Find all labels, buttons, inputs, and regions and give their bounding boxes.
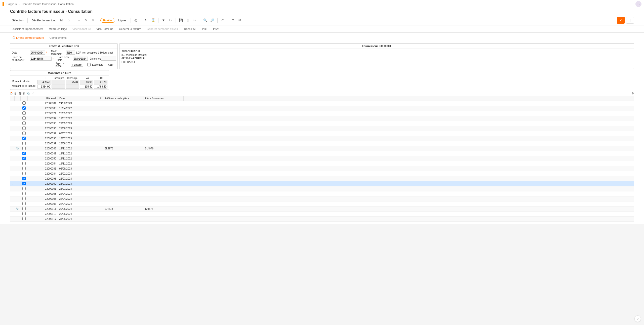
- edit-icon[interactable]: ✎: [83, 17, 89, 23]
- table-row[interactable]: 2209011229/05/2024: [10, 212, 634, 217]
- table-row[interactable]: 2209005418/11/2022: [10, 161, 634, 166]
- help-icon[interactable]: ?: [230, 17, 236, 23]
- row-checkbox[interactable]: [22, 132, 26, 135]
- col-piece-fournisseur[interactable]: Pièce fournisseur: [143, 96, 184, 101]
- table-row[interactable]: 2209003411/07/2022: [10, 116, 634, 121]
- subtab-litige[interactable]: Mettre en litige: [46, 25, 69, 32]
- row-checkbox[interactable]: [22, 116, 26, 120]
- lignes-toggle[interactable]: Lignes: [116, 18, 128, 23]
- table-row[interactable]: 2209003621/06/2023: [10, 126, 634, 131]
- undo-icon[interactable]: ↶: [220, 17, 226, 23]
- refresh-icon[interactable]: ↻: [143, 17, 149, 23]
- attachment-cell[interactable]: 📎: [15, 207, 21, 212]
- subtab-gen-facture[interactable]: Générer la facture: [116, 25, 144, 32]
- mode-reglement-input[interactable]: [66, 51, 75, 55]
- new-file-icon[interactable]: 🗎: [14, 92, 17, 95]
- table-row[interactable]: 2209011731/05/2024: [10, 217, 634, 222]
- row-checkbox[interactable]: [22, 207, 26, 210]
- table-row[interactable]: 2209005012/11/2022: [10, 156, 634, 161]
- row-checkbox[interactable]: [22, 162, 26, 165]
- table-row[interactable]: 2209010322/04/2024: [10, 191, 634, 196]
- subtab-visa[interactable]: Visa DataHub: [94, 25, 116, 32]
- row-checkbox[interactable]: [22, 147, 26, 150]
- zoom-in-icon[interactable]: 🔎: [209, 17, 215, 23]
- piece-fournisseur-input[interactable]: [30, 57, 52, 61]
- table-row[interactable]: 2209003817/07/2023: [10, 136, 634, 141]
- col-ref-piece[interactable]: Référence de la pièce: [103, 96, 143, 101]
- fact-ht[interactable]: [37, 85, 51, 89]
- row-checkbox[interactable]: [22, 157, 26, 160]
- row-checkbox[interactable]: [22, 172, 26, 175]
- row-checkbox[interactable]: [22, 106, 26, 110]
- attachment-cell[interactable]: 📎: [15, 146, 21, 151]
- row-checkbox[interactable]: [22, 111, 26, 115]
- row-checkbox[interactable]: [22, 137, 26, 140]
- breadcrumb-root[interactable]: Papyrus: [7, 3, 17, 6]
- table-row[interactable]: 📎2209004812/11/2022BL4978BL4978: [10, 146, 634, 151]
- row-checkbox[interactable]: [22, 121, 26, 125]
- echeance-input[interactable]: [101, 57, 116, 61]
- table-row[interactable]: 2209003522/05/2023: [10, 121, 634, 126]
- entetes-toggle[interactable]: Entêtes: [100, 18, 115, 23]
- table-row[interactable]: 2209003923/06/2023: [10, 141, 634, 146]
- table-row[interactable]: 2209008426/02/2024: [10, 171, 634, 176]
- row-checkbox[interactable]: [22, 152, 26, 155]
- row-checkbox[interactable]: [22, 202, 26, 205]
- reload-icon[interactable]: ↻: [168, 17, 174, 23]
- row-checkbox[interactable]: [22, 101, 26, 105]
- filter-icon[interactable]: ▼: [160, 17, 167, 23]
- row-checkbox[interactable]: [22, 142, 26, 145]
- home-icon[interactable]: ⌂: [66, 17, 72, 23]
- fact-ttc[interactable]: [94, 85, 107, 89]
- row-checkbox[interactable]: [22, 127, 26, 130]
- fact-tva[interactable]: [80, 85, 93, 89]
- subtab-assistant[interactable]: Assistant rapprochement: [10, 25, 46, 32]
- row-checkbox[interactable]: [22, 177, 26, 180]
- table-row[interactable]: 2209010126/03/2024: [10, 186, 634, 191]
- row-checkbox[interactable]: [22, 192, 26, 195]
- hourglass-icon[interactable]: ⌛: [150, 17, 156, 23]
- subtab-trace[interactable]: Trace PAF: [181, 25, 199, 32]
- table-row[interactable]: 2209003703/07/2023: [10, 131, 634, 136]
- row-checkbox[interactable]: [22, 167, 26, 170]
- subtab-pivot[interactable]: Pivot: [211, 25, 222, 32]
- table-row[interactable]: 📎2209011129/05/2024124578124578: [10, 207, 634, 212]
- table-row[interactable]: 2209002123/05/2022: [10, 111, 634, 116]
- row-checkbox[interactable]: [22, 197, 26, 200]
- table-row[interactable]: 2209008105/09/2023: [10, 166, 634, 171]
- binoculars-icon[interactable]: 👁: [237, 17, 243, 23]
- confirm-button[interactable]: ✓: [617, 17, 625, 24]
- table-row[interactable]: 2209010522/04/2024: [10, 196, 634, 201]
- table-row[interactable]: 2209010622/04/2024: [10, 201, 634, 207]
- row-checkbox[interactable]: [22, 187, 26, 190]
- date-input[interactable]: [30, 51, 45, 55]
- row-checkbox[interactable]: [22, 182, 26, 185]
- tab-complements[interactable]: Compléments: [47, 35, 69, 41]
- gear-icon[interactable]: ⚙: [631, 92, 634, 95]
- table-row[interactable]: 2209004912/11/2022: [10, 151, 634, 156]
- tab-entete[interactable]: Entête contrôle facture: [10, 35, 47, 41]
- col-date[interactable]: Date▲▼: [58, 96, 103, 101]
- table-row[interactable]: 2209000815/04/2022: [10, 106, 634, 111]
- search-icon[interactable]: 🔍: [202, 17, 208, 23]
- date-piece-tiers-input[interactable]: [73, 57, 88, 61]
- avatar[interactable]: B: [635, 1, 641, 7]
- selection-button[interactable]: Sélection: [10, 18, 25, 23]
- type-piece-value[interactable]: Facture: [71, 63, 83, 67]
- row-checkbox[interactable]: [22, 212, 26, 215]
- attachment-icon[interactable]: 📎: [26, 92, 30, 95]
- files-icon[interactable]: 🗐: [19, 92, 22, 95]
- deselect-all-button[interactable]: Désélectionner tout: [30, 18, 58, 23]
- checkbox-icon[interactable]: ☑: [59, 17, 65, 23]
- table-row[interactable]: 2209009826/03/2024: [10, 176, 634, 181]
- check-icon[interactable]: ✓: [32, 92, 34, 95]
- col-piece-no[interactable]: Pièce no▲▼: [28, 96, 58, 101]
- target-icon[interactable]: ◎: [133, 17, 139, 23]
- more-button[interactable]: ⋮: [626, 17, 634, 24]
- subtab-pdf[interactable]: PDF: [199, 25, 210, 32]
- table-row[interactable]: 2208000124/08/2023: [10, 101, 634, 106]
- table-row[interactable]: ▸2209010026/03/2024: [10, 181, 634, 186]
- copy-icon[interactable]: ⎘: [23, 92, 25, 95]
- escompte-checkbox[interactable]: [87, 63, 91, 66]
- row-checkbox[interactable]: [22, 217, 26, 220]
